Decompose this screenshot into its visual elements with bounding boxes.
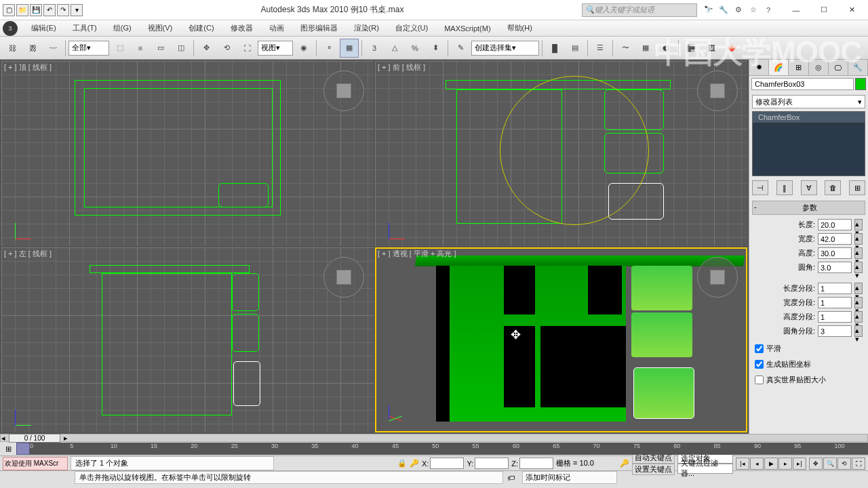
viewcube-icon[interactable] xyxy=(323,70,364,111)
params-header[interactable]: -参数 xyxy=(752,201,865,215)
prev-frame-icon[interactable]: ◂ xyxy=(750,458,764,470)
timeconfig-icon[interactable]: ⊞ xyxy=(0,445,16,453)
rect-select-icon[interactable]: ▭ xyxy=(151,39,170,58)
nav-orbit-icon[interactable]: ⟲ xyxy=(837,458,851,470)
tab-motion[interactable]: ◎ xyxy=(809,60,829,75)
menu-animation[interactable]: 动画 xyxy=(261,21,292,36)
schematic-icon[interactable]: ▦ xyxy=(636,39,655,58)
align-icon[interactable]: ▤ xyxy=(566,39,585,58)
setkey-button[interactable]: 设置关键点 xyxy=(632,464,675,475)
viewport-top[interactable]: [ + ] 顶 [ 线框 ] xyxy=(1,61,374,246)
move-icon[interactable]: ✥ xyxy=(197,39,216,58)
viewport-left[interactable]: [ + ] 左 [ 线框 ] xyxy=(1,247,374,432)
stack-item-chamferbox[interactable]: ChamferBox xyxy=(753,112,865,123)
check-平滑[interactable]: 平滑 xyxy=(755,342,863,355)
modifier-stack[interactable]: ChamferBox xyxy=(752,111,865,176)
coord-x-input[interactable] xyxy=(430,458,464,469)
open-icon[interactable]: 📁 xyxy=(16,4,28,16)
spinner-icon[interactable]: ▴▾ xyxy=(854,311,863,323)
menu-rendering[interactable]: 渲染(R) xyxy=(346,21,387,36)
spinner-icon[interactable]: ▴▾ xyxy=(854,297,863,308)
minimize-button[interactable]: — xyxy=(783,2,810,18)
layers-icon[interactable]: ☰ xyxy=(591,39,610,58)
check-真实世界贴图大小[interactable]: 真实世界贴图大小 xyxy=(755,373,863,386)
manip-icon[interactable]: ⚬ xyxy=(319,39,338,58)
object-name-input[interactable] xyxy=(751,78,854,90)
configure-icon[interactable]: ⊞ xyxy=(849,180,865,195)
menu-maxscript[interactable]: MAXScript(M) xyxy=(436,21,498,36)
tab-utilities[interactable]: 🔧 xyxy=(848,60,868,75)
spinner-icon[interactable]: ▴▾ xyxy=(854,262,863,273)
binoculars-icon[interactable]: 🔭 xyxy=(703,4,715,16)
param-input[interactable] xyxy=(818,283,852,294)
menu-help[interactable]: 帮助(H) xyxy=(499,21,540,36)
spinner-icon[interactable]: ▴▾ xyxy=(854,283,863,294)
goto-start-icon[interactable]: |◂ xyxy=(736,458,749,470)
help-icon[interactable]: ? xyxy=(762,4,774,16)
tag-icon[interactable]: 🏷 xyxy=(507,474,518,482)
bind-icon[interactable]: 〰 xyxy=(43,39,62,58)
spinner-snap-icon[interactable]: ⬍ xyxy=(426,39,445,58)
menu-view[interactable]: 视图(V) xyxy=(140,21,181,36)
percent-snap-icon[interactable]: % xyxy=(406,39,425,58)
menu-grapheditors[interactable]: 图形编辑器 xyxy=(292,21,346,36)
menu-customize[interactable]: 自定义(U) xyxy=(387,21,436,36)
save-icon[interactable]: 💾 xyxy=(30,4,42,16)
search-input[interactable]: 🔍 键入关键字或短语 xyxy=(582,3,697,17)
spinner-icon[interactable]: ▴▾ xyxy=(854,325,863,337)
viewcube-icon[interactable] xyxy=(697,257,738,298)
scale-icon[interactable]: ⛶ xyxy=(237,39,256,58)
param-input[interactable] xyxy=(818,247,852,259)
select-name-icon[interactable]: ≡ xyxy=(131,39,150,58)
render-icon[interactable]: 🫖 xyxy=(722,39,741,58)
star-icon[interactable]: ☆ xyxy=(747,4,760,16)
rendered-frame-icon[interactable]: 🖼 xyxy=(702,39,721,58)
snap3-icon[interactable]: 3 xyxy=(365,39,384,58)
pin-stack-icon[interactable]: ⊣ xyxy=(752,180,768,195)
nav-zoom-icon[interactable]: 🔍 xyxy=(823,458,837,470)
timeline-ruler[interactable]: 0510152025303540455055606570758085909510… xyxy=(30,443,868,455)
snap-icon[interactable]: ▦ xyxy=(340,39,359,58)
nav-pan-icon[interactable]: ✥ xyxy=(809,458,823,470)
menu-modifiers[interactable]: 修改器 xyxy=(222,21,261,36)
window-cross-icon[interactable]: ◫ xyxy=(172,39,191,58)
new-icon[interactable]: ▢ xyxy=(3,4,15,16)
spinner-icon[interactable]: ▴▾ xyxy=(854,219,863,230)
render-setup-icon[interactable]: 🎬 xyxy=(682,39,701,58)
viewport-front[interactable]: [ + ] 前 [ 线框 ] xyxy=(375,61,747,246)
keyfilter-btn[interactable]: 关键点过滤器... xyxy=(677,464,733,474)
tab-create[interactable]: ✹ xyxy=(749,60,769,75)
rotate-icon[interactable]: ⟲ xyxy=(217,39,236,58)
scroll-left-icon[interactable]: ◂ xyxy=(1,434,6,443)
named-sel-dd[interactable]: 创建选择集 ▾ xyxy=(471,41,539,56)
menu-tools[interactable]: 工具(T) xyxy=(64,21,105,36)
menu-group[interactable]: 组(G) xyxy=(105,21,140,36)
lock-icon[interactable]: 🔒 xyxy=(397,459,407,468)
param-input[interactable] xyxy=(818,297,852,308)
close-button[interactable]: ✕ xyxy=(838,2,865,18)
named-sel-icon[interactable]: ✎ xyxy=(451,39,470,58)
key-icon[interactable]: 🔑 xyxy=(410,459,419,468)
tab-hierarchy[interactable]: ⊞ xyxy=(789,60,808,75)
help2-icon[interactable]: ⚙ xyxy=(732,4,745,16)
param-input[interactable] xyxy=(818,325,852,337)
spinner-icon[interactable]: ▴▾ xyxy=(854,247,863,259)
link-icon[interactable]: ⛓ xyxy=(3,39,22,58)
refcoord-dd[interactable]: 视图 ▾ xyxy=(258,41,293,56)
mirror-icon[interactable]: ▐▌ xyxy=(545,39,564,58)
nav-max-icon[interactable]: ⛶ xyxy=(852,458,865,470)
play-icon[interactable]: ▶ xyxy=(764,458,778,470)
object-color-swatch[interactable] xyxy=(855,78,866,90)
param-input[interactable] xyxy=(818,233,852,245)
coord-y-input[interactable] xyxy=(475,458,509,469)
viewport-perspective[interactable]: [ + ] 透视 [ 平滑 + 高光 ] ✥ xyxy=(375,247,747,432)
spinner-icon[interactable]: ▴▾ xyxy=(854,233,863,245)
redo-icon[interactable]: ↷ xyxy=(57,4,69,16)
time-slider[interactable] xyxy=(16,443,30,455)
keymode-icon[interactable]: 🔑 xyxy=(620,459,629,468)
qat-dd-icon[interactable]: ▾ xyxy=(71,4,83,16)
modifier-list-dd[interactable]: 修改器列表▾ xyxy=(752,95,865,108)
pivot-icon[interactable]: ◉ xyxy=(294,39,313,58)
unlink-icon[interactable]: ⛓̸ xyxy=(23,39,42,58)
show-end-icon[interactable]: ‖ xyxy=(776,180,793,195)
